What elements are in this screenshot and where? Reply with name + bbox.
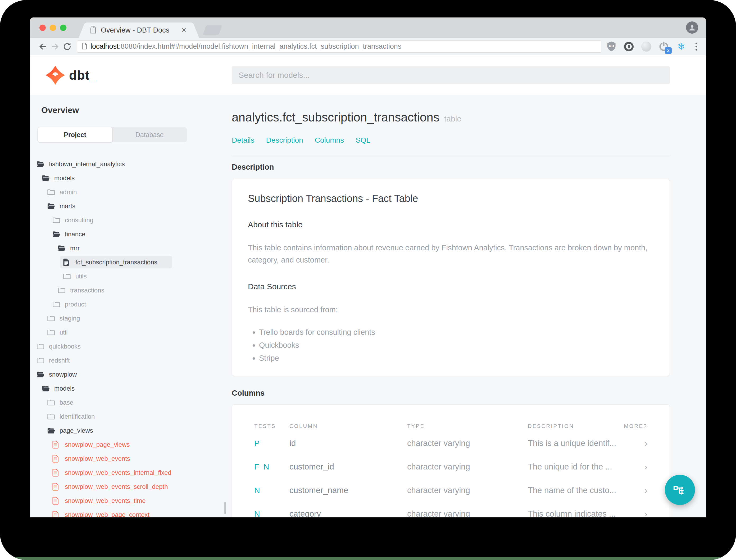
tree-item[interactable]: transactions: [37, 283, 227, 297]
folder-open-icon: [37, 371, 45, 378]
browser-toolbar: localhost:8080/index.html#!/model/model.…: [30, 38, 706, 55]
cell-type: character varying: [407, 439, 528, 448]
folder-icon: [47, 399, 56, 407]
chevron-right-icon[interactable]: ›: [624, 438, 647, 448]
tree-item-label: staging: [60, 315, 80, 322]
tree-item[interactable]: snowplow_page_views: [37, 437, 227, 451]
description-card: Subscription Transactions - Fact Table A…: [232, 179, 670, 376]
tree-item[interactable]: snowplow_web_events_time: [37, 494, 227, 508]
tree-item-label: snowplow_web_events_time: [65, 497, 146, 504]
browser-profile-avatar[interactable]: [686, 21, 698, 34]
nav-link-sql[interactable]: SQL: [356, 136, 370, 144]
tree-item[interactable]: staging: [37, 311, 227, 325]
forward-button[interactable]: [49, 42, 61, 51]
tree-item-label: util: [60, 329, 68, 336]
onepassword-icon[interactable]: [624, 41, 634, 52]
snowflake-extension-icon[interactable]: ❄: [676, 41, 687, 52]
search-input[interactable]: [232, 66, 670, 84]
header-tests: TESTS: [254, 423, 290, 429]
nav-link-details[interactable]: Details: [232, 136, 255, 144]
about-text: This table contains information about re…: [248, 242, 654, 266]
folder-icon: [37, 342, 45, 350]
tree-item[interactable]: util: [37, 325, 227, 339]
sidebar: Overview Project Database: [30, 95, 227, 517]
tree-item[interactable]: product: [37, 297, 227, 311]
close-window-button[interactable]: [39, 25, 46, 31]
browser-tab[interactable]: Overview - DBT Docs ✕: [86, 22, 192, 38]
table-row[interactable]: F N customer_id character varying The un…: [254, 457, 647, 476]
browser-menu-icon[interactable]: [693, 43, 699, 51]
table-row[interactable]: N category character varying This column…: [254, 504, 647, 517]
source-item: Stripe: [259, 352, 654, 364]
tree-item[interactable]: snowplow_web_events_internal_fixed: [37, 466, 227, 480]
tree-item-label: base: [60, 399, 73, 406]
ublock-origin-icon[interactable]: uo: [606, 41, 617, 52]
minimize-window-button[interactable]: [50, 25, 56, 31]
tree-item[interactable]: snowplow_web_page_context: [37, 508, 227, 517]
browser-window: Overview - DBT Docs ✕: [30, 17, 706, 517]
tree-item[interactable]: consulting: [37, 213, 227, 227]
tree-item-label: consulting: [65, 216, 93, 224]
back-button[interactable]: [37, 42, 49, 51]
nav-link-columns[interactable]: Columns: [315, 136, 344, 144]
file-tree: fishtown_internal_analytics: [37, 157, 227, 517]
chevron-right-icon[interactable]: ›: [624, 462, 647, 472]
reload-button[interactable]: [61, 42, 73, 51]
url-bar[interactable]: localhost:8080/index.html#!/model/model.…: [77, 40, 601, 53]
dbt-logo[interactable]: dbt_: [45, 65, 97, 85]
tree-item[interactable]: marts: [37, 199, 227, 213]
lineage-graph-button[interactable]: [665, 475, 695, 505]
zoom-window-button[interactable]: [60, 25, 66, 31]
nav-link-description[interactable]: Description: [266, 136, 303, 144]
model-nav: Details Description Columns SQL: [232, 136, 706, 144]
tree-item[interactable]: redshift: [37, 353, 227, 367]
new-tab-button[interactable]: [203, 25, 222, 35]
header-description: DESCRIPTION: [528, 423, 624, 429]
tab-close-icon[interactable]: ✕: [181, 26, 187, 34]
tree-item[interactable]: page_views: [37, 423, 227, 437]
tree-item-label: transactions: [70, 287, 104, 294]
materialization-badge: table: [444, 114, 461, 123]
file-icon: [52, 469, 61, 477]
columns-heading: Columns: [232, 389, 706, 398]
app-body: Overview Project Database: [30, 95, 706, 517]
cell-column: customer_name: [290, 486, 407, 495]
tree-item[interactable]: quickbooks: [37, 339, 227, 353]
folder-open-icon: [58, 244, 66, 252]
tree-item[interactable]: admin: [37, 185, 227, 199]
file-icon: [52, 441, 61, 449]
tree-item[interactable]: identification: [37, 409, 227, 423]
sidebar-scrollbar-thumb[interactable]: [224, 502, 226, 514]
chevron-right-icon[interactable]: ›: [624, 485, 647, 495]
tree-item[interactable]: base: [37, 395, 227, 409]
tree-item[interactable]: snowplow_web_events_scroll_depth: [37, 480, 227, 494]
chevron-right-icon[interactable]: ›: [624, 509, 647, 517]
header-column: COLUMN: [290, 423, 407, 429]
folder-open-icon: [42, 174, 50, 182]
power-extension-icon[interactable]: x: [658, 41, 669, 52]
url-path: :8080/index.html#!/model/model.fishtown_…: [119, 42, 401, 50]
tree-item[interactable]: snowplow: [37, 367, 227, 381]
tree-item[interactable]: fct_subscription_transactions: [37, 255, 227, 269]
folder-open-icon: [42, 385, 50, 392]
table-row[interactable]: N customer_name character varying The na…: [254, 481, 647, 500]
section-divider: [232, 156, 670, 156]
tree-item[interactable]: utils: [37, 269, 227, 283]
file-icon: [52, 511, 61, 518]
tree-item[interactable]: models: [37, 171, 227, 185]
folder-open-icon: [47, 427, 56, 435]
sidebar-tab-switch: Project Database: [38, 127, 187, 142]
tree-item[interactable]: mrr: [37, 241, 227, 255]
tree-item[interactable]: models: [37, 381, 227, 395]
tree-item[interactable]: finance: [37, 227, 227, 241]
tab-database[interactable]: Database: [112, 127, 187, 142]
tree-item[interactable]: fishtown_internal_analytics: [37, 157, 227, 171]
table-row[interactable]: P id character varying This is a unique …: [254, 433, 647, 453]
sources-list: Trello boards for consulting clients Qui…: [248, 326, 654, 364]
pocket-icon[interactable]: [641, 41, 652, 52]
tree-item-label: mrr: [70, 245, 80, 252]
tree-item[interactable]: snowplow_web_events: [37, 451, 227, 466]
cell-column: customer_id: [290, 462, 407, 472]
tab-project[interactable]: Project: [38, 127, 112, 142]
source-item: Trello boards for consulting clients: [259, 326, 654, 338]
